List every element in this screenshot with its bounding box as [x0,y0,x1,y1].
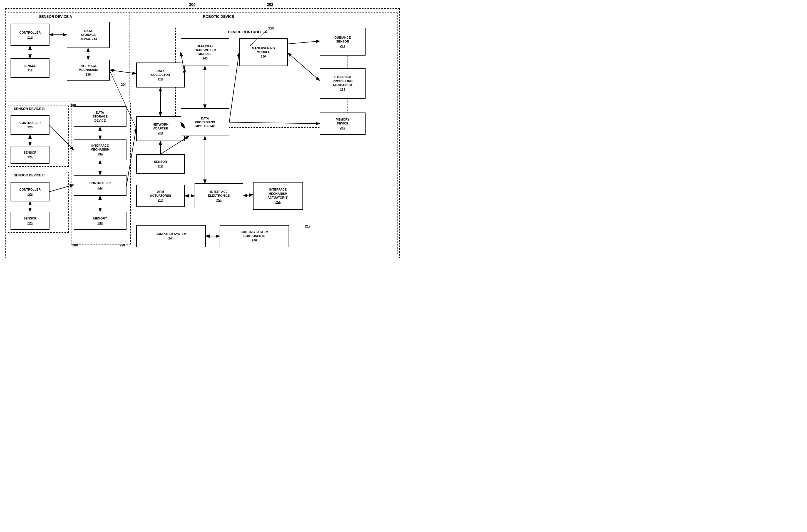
sensor-258-ref: 258 [158,164,163,168]
interface-216-box: INTERFACEMECHANISM 216 [67,60,110,80]
controller-232-ref: 232 [97,186,103,190]
network-adapter-248-ref: 248 [158,131,163,135]
ref-218: 218 [305,225,311,228]
steering-262-box: STEERING/PROPELLINGMECHANISM 262 [320,68,366,99]
robotic-device-label: ROBOTIC DEVICE [203,15,234,19]
memory-230-box: MEMORY 230 [74,212,127,230]
sensor-device-b-label: SENSOR DEVICE B [14,107,45,111]
sensor-212-box: SENSOR 212 [11,58,50,78]
interface-mechanism-actuator-254-box: INTERFACEMECHANISMACTUATOR(S) 254 [253,182,303,210]
sensor-226-ref: 226 [27,221,33,225]
data-collector-236-text: DATACOLLECTOR [151,69,170,77]
sensor-212-ref: 212 [27,68,33,72]
arm-actuator-252-box: ARMACTUATOR(S) 252 [136,185,185,207]
data-processing-242-text: DATAPROCESSINGMODULE 242 [195,116,215,128]
maneuvering-260-box: MANEUVERINGMODULE 260 [239,38,288,66]
data-collector-236-ref: 236 [158,77,163,81]
controller-220-box: CONTROLLER 220 [11,115,50,135]
memory-230-ref: 230 [97,221,103,225]
controller-222-ref: 222 [27,192,33,196]
sensor-device-c-label: SENSOR DEVICE C [14,173,45,177]
guidance-sensor-264-box: GUIDANCESENSOR 264 [320,28,366,56]
data-collector-236-box: DATACOLLECTOR 236 [136,62,185,88]
device-controller-label: DEVICE CONTROLLER [228,30,268,34]
interface-234-text: INTERFACEMECHANISM [91,144,110,152]
memory-device-250-box: MEMORYDEVICE 250 [320,113,366,135]
ref-200: 200 [189,2,196,7]
controller-232-box: CONTROLLER 232 [74,175,127,196]
sensor-224-text: SENSOR [24,151,36,154]
network-adapter-248-text: NETWORKADAPTER [153,122,168,131]
network-adapter-248-box: NETWORKADAPTER 248 [136,116,185,141]
ref-204: 204 [121,83,127,87]
ref-202: 202 [267,2,273,7]
controller-222-text: CONTROLLER [19,188,41,191]
ref-208: 208 [72,243,78,247]
sensor-224-box: SENSOR 224 [11,146,50,164]
interface-234-ref: 234 [97,152,103,156]
maneuvering-260-ref: 260 [261,54,266,58]
controller-210-text: CONTROLLER [19,31,41,35]
receiver-transmitter-240-text: RECEIVER/TRANSMITTERMODULE [194,44,216,56]
steering-262-ref: 262 [340,88,345,91]
receiver-transmitter-240-ref: 240 [202,56,207,60]
cooling-system-246-box: COOLING SYSTEMCOMPONENTS 246 [220,225,289,247]
ref-228: 228 [120,243,125,247]
memory-device-250-text: MEMORYDEVICE [336,117,349,126]
controller-220-ref: 220 [27,125,33,129]
interface-electronics-256-box: INTERFACEELECTRONICS 256 [195,183,243,208]
controller-210-box: CONTROLLER 210 [11,24,50,46]
interface-234-box: INTERFACEMECHANISM 234 [74,139,127,160]
data-storage-214-text: DATASTORAGEDEVICE 214 [79,29,97,41]
computer-system-244-text: COMPUTER SYSTEM [155,232,186,236]
sensor-226-text: SENSOR [24,216,36,220]
sensor-258-text: SENSOR [154,160,167,164]
interface-electronics-256-ref: 256 [216,198,221,202]
arm-actuator-252-ref: 252 [158,198,163,202]
data-processing-242-box: DATAPROCESSINGMODULE 242 [181,108,230,136]
controller-222-box: CONTROLLER 222 [11,182,50,202]
sensor-device-a-label: SENSOR DEVICE A [39,15,72,19]
cooling-system-246-ref: 246 [252,239,257,242]
controller-210-ref: 210 [27,35,33,39]
ref-206: 206 [70,103,76,108]
computer-system-244-box: COMPUTER SYSTEM 244 [136,225,206,247]
data-storage-device-b-text: DATASTORAGEDEVICE [93,111,108,122]
controller-220-text: CONTROLLER [19,121,41,125]
arm-actuator-252-text: ARMACTUATOR(S) [150,190,171,198]
diagram-container: 200 202 SENSOR DEVICE A SENSOR DEVICE B … [0,0,404,266]
sensor-258-box: SENSOR 258 [136,154,185,174]
maneuvering-260-text: MANEUVERINGMODULE [252,46,275,54]
interface-electronics-256-text: INTERFACEELECTRONICS [208,190,230,198]
guidance-sensor-264-text: GUIDANCESENSOR [334,36,351,44]
receiver-transmitter-240-box: RECEIVER/TRANSMITTERMODULE 240 [181,38,230,66]
guidance-sensor-264-ref: 264 [340,44,345,48]
sensor-212-text: SENSOR [24,64,36,68]
cooling-system-246-text: COOLING SYSTEMCOMPONENTS [240,230,268,238]
interface-216-ref: 216 [86,73,91,76]
sensor-226-box: SENSOR 226 [11,212,50,230]
controller-232-text: CONTROLLER [90,181,111,185]
steering-262-text: STEERING/PROPELLINGMECHANISM [333,75,353,87]
interface-mechanism-actuator-254-text: INTERFACEMECHANISMACTUATOR(S) [268,188,288,200]
memory-device-250-ref: 250 [340,126,345,130]
memory-230-text: MEMORY [93,216,107,220]
computer-system-244-ref: 244 [168,236,173,240]
data-storage-214-box: DATASTORAGEDEVICE 214 [67,22,110,48]
interface-216-text: INTERFACEMECHANISM [79,64,98,72]
data-storage-device-b-box: DATASTORAGEDEVICE [74,106,127,127]
interface-mechanism-actuator-254-ref: 254 [275,200,280,204]
sensor-224-ref: 224 [27,155,33,159]
